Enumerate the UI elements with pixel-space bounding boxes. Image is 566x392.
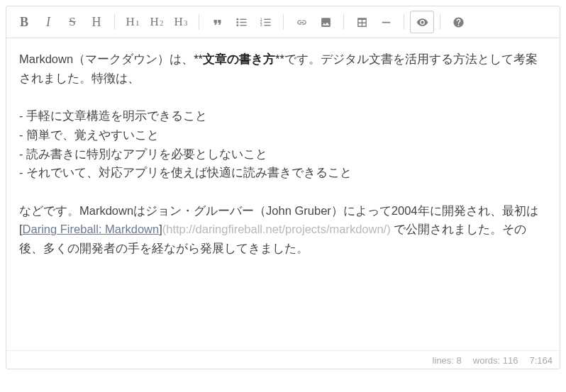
toolbar-separator	[114, 14, 115, 30]
svg-rect-9	[264, 18, 270, 19]
list-ol-icon: 123	[260, 16, 272, 28]
link-icon	[296, 17, 307, 28]
minus-icon	[380, 16, 392, 28]
svg-rect-12	[382, 21, 389, 23]
h3-button[interactable]: H3	[169, 11, 193, 33]
svg-point-1	[236, 21, 238, 23]
toolbar-separator	[199, 14, 199, 30]
lines-count: lines: 8	[433, 355, 462, 366]
italic-button[interactable]: I	[36, 11, 60, 33]
bold-button[interactable]: B	[12, 11, 36, 33]
svg-rect-5	[240, 25, 246, 26]
strikethrough-button[interactable]: S	[60, 11, 84, 33]
cursor-position: 7:164	[529, 355, 553, 366]
unordered-list-button[interactable]	[229, 11, 253, 33]
image-icon	[320, 16, 332, 28]
h2-button[interactable]: H2	[145, 11, 169, 33]
svg-rect-3	[240, 18, 246, 19]
heading-button[interactable]: H	[84, 11, 109, 33]
table-icon	[356, 16, 368, 28]
editor-textarea[interactable]: Markdown（マークダウン）は、**文章の書き方**です。デジタル文書を活用…	[6, 38, 560, 350]
toolbar-separator	[343, 14, 344, 30]
link-button[interactable]	[289, 11, 313, 33]
list-ul-icon	[235, 16, 248, 28]
paragraph: などです。Markdownはジョン・グルーバー（John Gruber）によって…	[19, 201, 547, 258]
preview-button[interactable]	[410, 11, 434, 33]
svg-rect-4	[240, 21, 246, 22]
eye-icon	[416, 16, 428, 28]
toolbar-separator	[404, 14, 404, 30]
toolbar-separator	[440, 14, 440, 30]
help-button[interactable]	[446, 11, 470, 33]
svg-point-0	[236, 18, 238, 20]
toolbar: B I S H H1 H2 H3 123	[6, 6, 560, 38]
quote-icon	[211, 16, 223, 28]
list-item: - それでいて、対応アプリを使えば快適に読み書きできること	[19, 163, 547, 182]
table-button[interactable]	[350, 11, 374, 33]
quote-button[interactable]	[205, 11, 229, 33]
list-item: - 読み書きに特別なアプリを必要としないこと	[19, 145, 547, 164]
toolbar-separator	[283, 14, 284, 30]
list-item: - 簡単で、覚えやすいこと	[19, 125, 547, 145]
paragraph: Markdown（マークダウン）は、**文章の書き方**です。デジタル文書を活用…	[19, 50, 547, 87]
svg-text:3: 3	[260, 23, 262, 27]
help-icon	[453, 16, 465, 28]
image-button[interactable]	[313, 11, 338, 33]
h1-button[interactable]: H1	[121, 11, 145, 33]
list-item: - 手軽に文章構造を明示できること	[19, 106, 547, 125]
markdown-editor: B I S H H1 H2 H3 123	[6, 6, 560, 369]
svg-rect-10	[264, 21, 270, 22]
words-count: words: 116	[473, 355, 518, 366]
horizontal-rule-button[interactable]	[374, 11, 398, 33]
ordered-list-button[interactable]: 123	[253, 11, 277, 33]
svg-rect-11	[264, 25, 270, 26]
svg-point-2	[236, 24, 238, 26]
status-bar: lines: 8 words: 116 7:164	[6, 350, 560, 369]
